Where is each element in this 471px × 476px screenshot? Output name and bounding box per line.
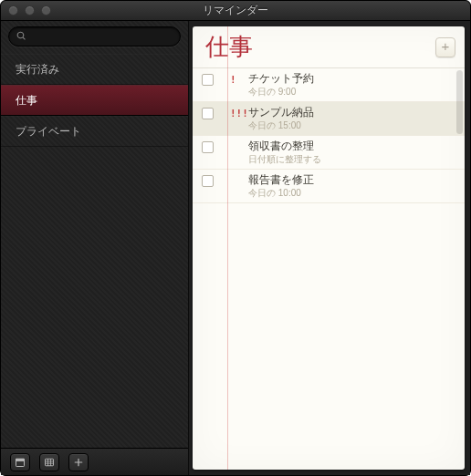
search-field[interactable] <box>8 26 181 47</box>
sidebar-item-private[interactable]: プライベート <box>1 116 188 147</box>
calendar-view-button[interactable] <box>39 453 59 471</box>
priority-icon: !!! <box>230 106 248 120</box>
task-title: サンプル納品 <box>248 106 457 119</box>
task-subtitle: 今日の 15:00 <box>248 119 457 131</box>
reminder-paper: 仕事 + ! チケット予約 今日の 9:00 <box>193 26 465 470</box>
priority-icon <box>230 173 248 174</box>
task-title: 領収書の整理 <box>248 140 457 153</box>
search-wrap <box>1 21 188 54</box>
minimize-icon[interactable] <box>25 5 35 16</box>
scrollbar-thumb[interactable] <box>456 70 463 134</box>
titlebar: リマインダー <box>1 1 470 21</box>
window-body: 実行済み 仕事 プライベート <box>1 21 470 475</box>
priority-icon <box>230 140 248 140</box>
task-title: チケット予約 <box>248 72 457 86</box>
task-row[interactable]: !!! サンプル納品 今日の 15:00 <box>193 102 465 136</box>
sidebar-item-label: 実行済み <box>16 62 59 78</box>
task-subtitle: 今日の 9:00 <box>248 86 457 98</box>
window-controls <box>8 5 51 16</box>
task-row[interactable]: 領収書の整理 日付順に整理する <box>193 136 465 170</box>
sidebar-item-completed[interactable]: 実行済み <box>1 54 188 85</box>
add-list-button[interactable] <box>68 453 89 471</box>
task-checkbox[interactable] <box>202 74 214 86</box>
sidebar-item-label: 仕事 <box>16 93 37 109</box>
add-reminder-button[interactable]: + <box>435 37 455 57</box>
task-row[interactable]: ! チケット予約 今日の 9:00 <box>193 68 465 102</box>
task-checkbox[interactable] <box>202 141 214 153</box>
task-row[interactable]: 報告書を修正 今日の 10:00 <box>193 170 465 203</box>
task-list: ! チケット予約 今日の 9:00 !!! サンプル納品 今日の 15:00 <box>193 68 465 470</box>
sidebar-item-label: プライベート <box>16 124 81 140</box>
sidebar-item-work[interactable]: 仕事 <box>1 85 188 116</box>
search-icon <box>16 28 26 45</box>
scrollbar[interactable] <box>455 70 463 466</box>
sidebar: 実行済み 仕事 プライベート <box>1 21 189 475</box>
content-area: 仕事 + ! チケット予約 今日の 9:00 <box>189 21 470 475</box>
zoom-icon[interactable] <box>41 5 51 16</box>
task-checkbox[interactable] <box>202 108 214 119</box>
sidebar-toolbar <box>1 448 188 475</box>
window-title: リマインダー <box>1 3 470 18</box>
task-subtitle: 今日の 10:00 <box>248 187 457 199</box>
search-input[interactable] <box>32 31 173 42</box>
priority-icon: ! <box>230 72 248 87</box>
app-window: リマインダー 実行済み 仕事 プライベート <box>0 0 471 476</box>
sidebar-lists: 実行済み 仕事 プライベート <box>1 54 188 448</box>
svg-rect-2 <box>46 459 54 466</box>
close-icon[interactable] <box>8 5 18 16</box>
paper-header: 仕事 + <box>193 26 465 68</box>
list-title: 仕事 <box>205 31 435 63</box>
svg-rect-1 <box>16 459 25 460</box>
task-checkbox[interactable] <box>202 175 214 187</box>
task-title: 報告書を修正 <box>248 173 457 187</box>
today-view-button[interactable] <box>10 453 30 471</box>
task-subtitle: 日付順に整理する <box>248 153 457 165</box>
